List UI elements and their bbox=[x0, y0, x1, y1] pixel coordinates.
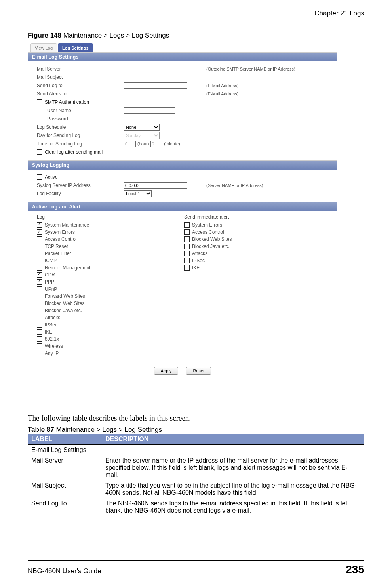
apply-button[interactable]: Apply bbox=[154, 367, 179, 375]
log-item-label: Remote Management bbox=[45, 265, 90, 271]
alert-item-checkbox[interactable] bbox=[184, 244, 190, 249]
mail-server-hint: (Outgoing SMTP Server NAME or IP Address… bbox=[206, 67, 295, 71]
time-hour-input bbox=[124, 141, 136, 147]
chapter-header: Chapter 21 Logs bbox=[28, 10, 364, 17]
alert-item-checkbox[interactable] bbox=[184, 222, 190, 228]
log-item-label: TCP Reset bbox=[45, 244, 68, 249]
tab-view-log[interactable]: View Log bbox=[30, 43, 57, 52]
alert-item-checkbox[interactable] bbox=[184, 265, 190, 271]
alert-item-checkbox[interactable] bbox=[184, 236, 190, 242]
log-item: Forward Web Sites bbox=[37, 293, 184, 300]
log-schedule-label: Log Schedule bbox=[37, 124, 124, 130]
day-sending-label: Day for Sending Log bbox=[37, 133, 124, 138]
password-input[interactable] bbox=[124, 116, 175, 122]
log-item: Packet Filter bbox=[37, 250, 184, 257]
log-facility-label: Log Facility bbox=[37, 191, 124, 196]
syslog-server-input[interactable] bbox=[124, 182, 187, 189]
log-item-checkbox[interactable] bbox=[37, 294, 42, 299]
log-item-checkbox[interactable] bbox=[37, 236, 42, 242]
table-caption: Table 87 Maintenance > Logs > Log Settin… bbox=[28, 426, 364, 434]
log-item-checkbox[interactable] bbox=[37, 229, 42, 235]
log-item-label: Forward Web Sites bbox=[45, 294, 85, 299]
button-bar: Apply Reset bbox=[28, 361, 337, 380]
section-active-log-header: Active Log and Alert bbox=[28, 202, 337, 211]
username-input[interactable] bbox=[124, 107, 175, 114]
table-number: Table 87 bbox=[28, 426, 54, 433]
tab-bar: View Log Log Settings bbox=[28, 41, 337, 52]
log-item: Access Control bbox=[37, 236, 184, 243]
hour-hint: (hour) bbox=[137, 141, 149, 146]
log-item-checkbox[interactable] bbox=[37, 272, 42, 278]
log-item-checkbox[interactable] bbox=[37, 279, 42, 285]
username-label: User Name bbox=[47, 108, 124, 113]
log-item-checkbox[interactable] bbox=[37, 244, 42, 249]
clear-log-label: Clear log after sending mail bbox=[45, 149, 103, 155]
reset-button[interactable]: Reset bbox=[186, 367, 211, 375]
log-column: Log System MaintenanceSystem ErrorsAcces… bbox=[37, 214, 184, 357]
clear-log-checkbox[interactable] bbox=[37, 149, 42, 155]
log-item-checkbox[interactable] bbox=[37, 351, 42, 356]
log-item: 802.1x bbox=[37, 335, 184, 343]
section-syslog-body: Active Syslog Server IP Address (Server … bbox=[28, 170, 337, 202]
log-item-label: System Errors bbox=[45, 229, 75, 235]
alert-item-label: Blocked Java etc. bbox=[192, 244, 229, 249]
log-item-checkbox[interactable] bbox=[37, 329, 42, 335]
log-item: CDR bbox=[37, 271, 184, 278]
log-item: Blocked Web Sites bbox=[37, 300, 184, 307]
log-item-label: IKE bbox=[45, 329, 52, 335]
alert-item: Access Control bbox=[184, 229, 331, 236]
send-log-to-hint: (E-Mail Address) bbox=[206, 83, 238, 88]
mail-subject-input[interactable] bbox=[124, 74, 187, 80]
log-item-checkbox[interactable] bbox=[37, 251, 42, 256]
alert-item-checkbox[interactable] bbox=[184, 229, 190, 235]
description-table: LABEL DESCRIPTION E-mail Log SettingsMai… bbox=[28, 434, 364, 516]
min-hint: (minute) bbox=[164, 141, 180, 146]
smtp-auth-checkbox[interactable] bbox=[37, 99, 42, 105]
alert-item: Blocked Java etc. bbox=[184, 243, 331, 250]
log-item-label: IPSec bbox=[45, 322, 57, 328]
log-facility-select[interactable]: Local 1 bbox=[124, 190, 152, 197]
log-item-checkbox[interactable] bbox=[37, 343, 42, 349]
log-schedule-select[interactable]: None bbox=[124, 124, 160, 131]
syslog-active-label: Active bbox=[45, 174, 58, 180]
log-item-checkbox[interactable] bbox=[37, 308, 42, 313]
log-item: Wireless bbox=[37, 343, 184, 350]
log-item-label: ICMP bbox=[45, 258, 57, 263]
alert-column-header: Send immediate alert bbox=[184, 214, 331, 220]
smtp-auth-label: SMTP Authentication bbox=[45, 99, 89, 105]
log-item-label: Blocked Web Sites bbox=[45, 301, 85, 306]
log-item-checkbox[interactable] bbox=[37, 301, 42, 306]
time-sending-label: Time for Sending Log bbox=[37, 141, 124, 147]
alert-item: Blocked Web Sites bbox=[184, 236, 331, 243]
log-item-checkbox[interactable] bbox=[37, 222, 42, 228]
send-alerts-to-label: Send Alerts to bbox=[37, 91, 124, 97]
log-item-checkbox[interactable] bbox=[37, 286, 42, 292]
log-item: Attacks bbox=[37, 314, 184, 321]
log-item: IKE bbox=[37, 328, 184, 335]
log-item-checkbox[interactable] bbox=[37, 322, 42, 328]
tab-log-settings[interactable]: Log Settings bbox=[58, 43, 93, 52]
send-alerts-to-hint: (E-Mail Address) bbox=[206, 91, 238, 96]
log-item-checkbox[interactable] bbox=[37, 258, 42, 263]
log-item: TCP Reset bbox=[37, 243, 184, 250]
footer-page-number: 235 bbox=[346, 563, 364, 576]
figure-caption: Figure 148 Maintenance > Logs > Log Sett… bbox=[28, 32, 364, 40]
log-item-checkbox[interactable] bbox=[37, 315, 42, 320]
alert-item: IKE bbox=[184, 264, 331, 271]
syslog-active-checkbox[interactable] bbox=[37, 174, 42, 180]
log-item-checkbox[interactable] bbox=[37, 265, 42, 271]
alert-item-checkbox[interactable] bbox=[184, 258, 190, 263]
log-item-label: Blocked Java etc. bbox=[45, 308, 82, 313]
log-item-checkbox[interactable] bbox=[37, 336, 42, 342]
alert-item-checkbox[interactable] bbox=[184, 251, 190, 256]
log-item-label: Any IP bbox=[45, 351, 59, 356]
log-item: Any IP bbox=[37, 350, 184, 357]
table-label-cell: Mail Subject bbox=[28, 480, 102, 498]
send-log-to-input[interactable] bbox=[124, 82, 187, 89]
send-alerts-to-input[interactable] bbox=[124, 91, 187, 97]
table-row: Send Log ToThe NBG-460N sends logs to th… bbox=[28, 498, 364, 516]
mail-server-input[interactable] bbox=[124, 66, 187, 72]
log-item-label: Access Control bbox=[45, 236, 77, 242]
alert-item-label: Access Control bbox=[192, 229, 224, 235]
header-rule bbox=[28, 21, 364, 21]
